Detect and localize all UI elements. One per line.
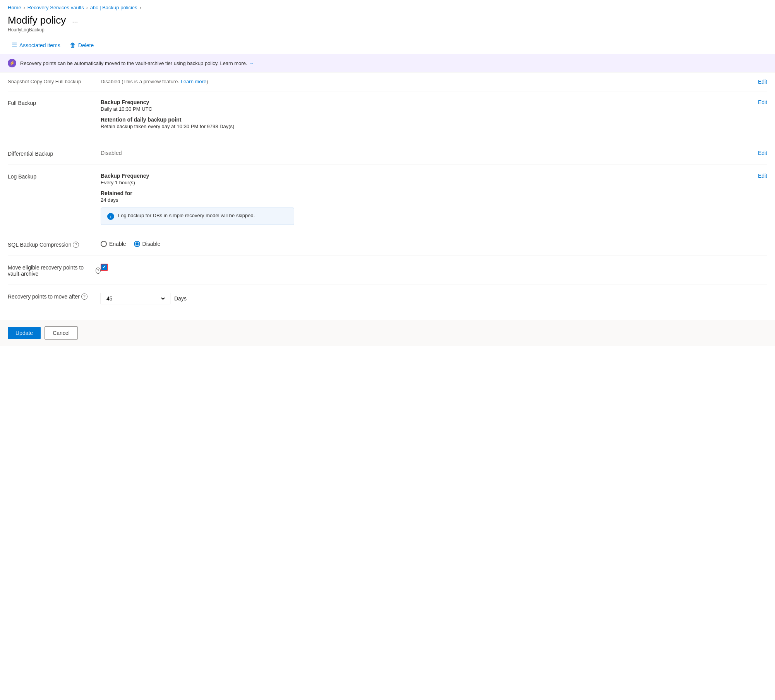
checkbox-checkmark: ✓ [102, 264, 106, 270]
full-backup-edit-link[interactable]: Edit [758, 99, 767, 105]
info-banner: ⚡ Recovery points can be automatically m… [0, 54, 775, 72]
vault-archive-label: Move eligible recovery points to vault-a… [8, 264, 101, 277]
recovery-points-row: Recovery points to move after ? 45 30 60… [8, 285, 767, 312]
log-backup-info-text: Log backup for DBs in simple recovery mo… [118, 213, 255, 218]
vault-archive-help-icon[interactable]: ? [96, 268, 101, 274]
disable-radio-inner [135, 242, 139, 245]
update-button[interactable]: Update [8, 327, 41, 339]
disable-radio-label: Disable [142, 241, 161, 247]
breadcrumb-home[interactable]: Home [8, 5, 21, 10]
log-backup-row: Log Backup Backup Frequency Every 1 hour… [8, 165, 767, 233]
log-backup-retained-value: 24 days [101, 197, 736, 203]
lightning-icon: ⚡ [8, 59, 16, 67]
info-banner-text: Recovery points can be automatically mov… [20, 60, 254, 66]
recovery-points-select[interactable]: 45 30 60 90 [105, 295, 166, 302]
associated-items-label: Associated items [19, 42, 60, 48]
sql-compression-radio-group: Enable Disable [101, 241, 736, 247]
recovery-points-dropdown[interactable]: 45 30 60 90 [101, 293, 170, 304]
disable-radio-outer [134, 241, 140, 247]
breadcrumb-sep2: › [86, 5, 88, 10]
delete-icon: 🗑 [70, 42, 76, 49]
differential-backup-label: Differential Backup [8, 150, 101, 157]
log-backup-retained-title: Retained for [101, 190, 736, 196]
toolbar: ☰ Associated items 🗑 Delete [0, 36, 775, 54]
sql-compression-enable-option[interactable]: Enable [101, 241, 126, 247]
content: Snapshot Copy Only Full backup Disabled … [0, 72, 775, 312]
enable-radio-outer [101, 241, 107, 247]
log-backup-label: Log Backup [8, 173, 101, 180]
footer-actions: Update Cancel [0, 320, 775, 346]
log-backup-freq-title: Backup Frequency [101, 173, 736, 179]
page-subtitle: HourlyLogBackup [8, 27, 767, 33]
breadcrumb-policies[interactable]: abc | Backup policies [90, 5, 137, 10]
vault-archive-value: ✓ [101, 264, 736, 271]
snapshot-learn-more-link[interactable]: Learn more [181, 79, 206, 84]
full-backup-freq-title: Backup Frequency [101, 99, 736, 105]
delete-label: Delete [78, 42, 94, 48]
log-backup-edit-link[interactable]: Edit [758, 173, 767, 179]
info-icon: i [107, 213, 114, 220]
log-backup-info-box: i Log backup for DBs in simple recovery … [101, 208, 294, 225]
vault-archive-checkbox[interactable]: ✓ [101, 264, 108, 271]
days-label: Days [174, 295, 187, 302]
breadcrumb: Home › Recovery Services vaults › abc | … [0, 0, 775, 13]
full-backup-freq-value: Daily at 10:30 PM UTC [101, 106, 736, 112]
snapshot-edit-link[interactable]: Edit [758, 79, 767, 85]
vault-archive-row: Move eligible recovery points to vault-a… [8, 256, 767, 285]
full-backup-row: Full Backup Backup Frequency Daily at 10… [8, 91, 767, 142]
full-backup-value: Backup Frequency Daily at 10:30 PM UTC R… [101, 99, 736, 134]
full-backup-label: Full Backup [8, 99, 101, 106]
list-icon: ☰ [12, 41, 17, 49]
associated-items-button[interactable]: ☰ Associated items [8, 39, 64, 51]
page-header: Modify policy ... HourlyLogBackup [0, 13, 775, 36]
learn-more-link[interactable]: → [249, 60, 254, 66]
full-backup-retention-title: Retention of daily backup point [101, 117, 736, 123]
snapshot-value: Disabled (This is a preview feature. Lea… [101, 79, 736, 84]
recovery-points-dropdown-wrapper: 45 30 60 90 Days [101, 293, 736, 304]
sql-compression-help-icon[interactable]: ? [73, 242, 79, 248]
differential-backup-row: Differential Backup Disabled Edit [8, 142, 767, 165]
recovery-points-help-icon[interactable]: ? [81, 293, 87, 300]
recovery-points-value: 45 30 60 90 Days [101, 293, 736, 304]
delete-button[interactable]: 🗑 Delete [66, 40, 98, 51]
sql-compression-disable-option[interactable]: Disable [134, 241, 161, 247]
sql-compression-row: SQL Backup Compression ? Enable Disable [8, 233, 767, 256]
snapshot-row: Snapshot Copy Only Full backup Disabled … [8, 72, 767, 91]
sql-compression-value: Enable Disable [101, 241, 736, 247]
cancel-button[interactable]: Cancel [45, 326, 78, 340]
enable-radio-label: Enable [109, 241, 126, 247]
differential-backup-edit-link[interactable]: Edit [758, 150, 767, 156]
recovery-points-label: Recovery points to move after ? [8, 293, 101, 300]
log-backup-value: Backup Frequency Every 1 hour(s) Retaine… [101, 173, 736, 225]
full-backup-retention-value: Retain backup taken every day at 10:30 P… [101, 124, 736, 129]
log-backup-freq-value: Every 1 hour(s) [101, 180, 736, 185]
differential-backup-value: Disabled [101, 150, 736, 156]
more-button[interactable]: ... [70, 15, 80, 25]
breadcrumb-sep1: › [24, 5, 25, 10]
page-title: Modify policy [8, 14, 66, 26]
breadcrumb-sep3: › [140, 5, 141, 10]
vault-archive-checkbox-wrapper: ✓ [101, 264, 736, 271]
breadcrumb-vaults[interactable]: Recovery Services vaults [27, 5, 84, 10]
snapshot-label: Snapshot Copy Only Full backup [8, 79, 101, 84]
sql-compression-label: SQL Backup Compression ? [8, 241, 101, 248]
